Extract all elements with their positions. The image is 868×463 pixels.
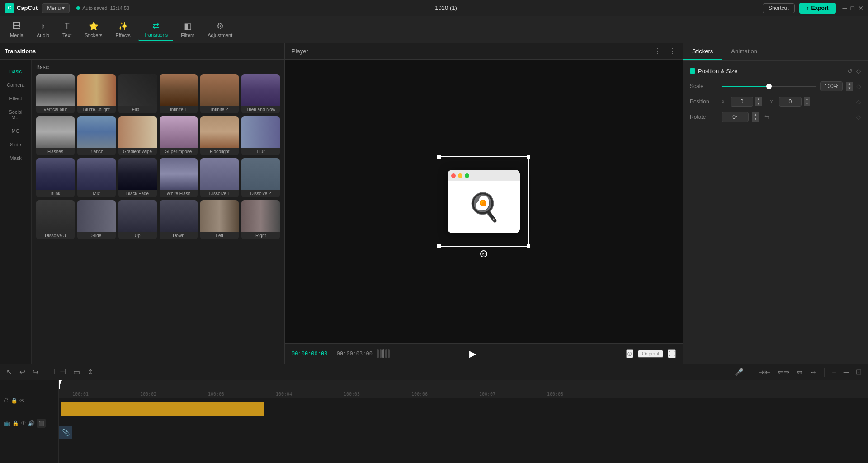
track-lock2-icon: 🔒 [12, 420, 19, 426]
export-button[interactable]: ↑ Export [799, 3, 836, 14]
rotate-keyframe-button[interactable]: ◇ [856, 113, 861, 121]
rotate-handle[interactable]: ↻ [480, 250, 487, 257]
thumb-flashes[interactable]: ↓ Flashes [36, 116, 75, 155]
trim-button[interactable]: ⇐⇒ [776, 366, 791, 378]
undo-button[interactable]: ↩ [18, 366, 27, 378]
tool-stickers-button[interactable]: ⭐Stickers [79, 19, 108, 41]
player-menu-icon[interactable]: ⋮⋮⋮ [654, 47, 676, 56]
thumb-mix[interactable]: ↓ Mix [77, 158, 116, 197]
thumb-white_flash[interactable]: ↓ White Flash [160, 158, 198, 197]
thumb-infinite1[interactable]: ↓ Infinite 1 [160, 74, 198, 113]
thumb-blink[interactable]: ↓ Blink [36, 158, 75, 197]
thumb-then_now[interactable]: ↓ Then and Now [241, 74, 280, 113]
delete-button[interactable]: ▭ [71, 366, 82, 378]
mirror-button[interactable]: ⇕ [85, 366, 95, 378]
sticker-track-btn[interactable]: ⬛ [37, 419, 46, 428]
close-button[interactable]: ✕ [858, 5, 863, 12]
minimize-button[interactable]: ─ [843, 5, 847, 12]
category-mask[interactable]: Mask [2, 152, 29, 164]
split-button[interactable]: ⊢⊣ [52, 366, 68, 378]
tool-audio-button[interactable]: ♪Audio [31, 19, 55, 41]
tool-adjustment-button[interactable]: ⚙Adjustment [202, 19, 238, 41]
x-down-button[interactable]: ▼ [755, 102, 762, 106]
tool-transitions-button[interactable]: ⇄Transitions [138, 18, 173, 41]
timeline-left-sidebar: ⏱ 🔒 👁 📺 🔒 👁 🔊 ⬛ [0, 380, 59, 463]
y-up-button[interactable]: ▲ [804, 97, 810, 102]
fullscreen-button[interactable]: ⛶ [668, 349, 676, 358]
thumb-blur[interactable]: ↓ Blur [241, 116, 280, 155]
thumb-infinite2[interactable]: ↓ Infinite 2 [200, 74, 239, 113]
thumb-down[interactable]: ↓ Down [160, 200, 198, 239]
rotate-input[interactable] [722, 112, 749, 122]
ripple-button[interactable]: ⇔ [795, 366, 804, 378]
reset-button[interactable]: ↺ [847, 67, 853, 75]
scale-keyframe-button[interactable]: ◇ [856, 83, 861, 90]
category-mg[interactable]: MG [2, 125, 29, 137]
thumb-dissolve3[interactable]: ↓ Dissolve 3 [36, 200, 75, 239]
original-size-button[interactable]: Original [638, 350, 663, 358]
time-total: 00:00:03:00 [336, 351, 372, 357]
zoom-out-button[interactable]: − [830, 366, 838, 378]
media-clip[interactable] [61, 402, 264, 416]
thumb-superimpose[interactable]: ↓ Superimpose [160, 116, 198, 155]
position-keyframe-button[interactable]: ◇ [856, 98, 861, 105]
x-input[interactable] [731, 97, 753, 107]
scale-slider-thumb[interactable] [766, 84, 772, 89]
thumb-vertical_blur[interactable]: ↓ Vertical blur [36, 74, 75, 113]
thumb-label-vertical_blur: Vertical blur [36, 106, 75, 113]
tab-stickers[interactable]: Stickers [683, 43, 722, 60]
rotate-up-button[interactable]: ▲ [752, 112, 759, 117]
shortcut-button[interactable]: Shortcut [763, 3, 795, 13]
corner-handle-br[interactable] [527, 244, 530, 248]
category-basic[interactable]: Basic [2, 65, 29, 78]
menu-button[interactable]: Menu ▾ [42, 3, 70, 13]
thumb-slide[interactable]: ↓ Slide [77, 200, 116, 239]
diamond-keyframe-button[interactable]: ◇ [856, 67, 861, 75]
corner-handle-bl[interactable] [437, 244, 441, 248]
category-camera[interactable]: Camera [2, 79, 29, 91]
tab-animation[interactable]: Animation [722, 43, 766, 60]
tool-media-button[interactable]: 🎞Media [5, 19, 29, 41]
thumb-dissolve2[interactable]: ↓ Dissolve 2 [241, 158, 280, 197]
thumb-blur_hlight[interactable]: ↓ Blurre...hlight [77, 74, 116, 113]
magnet-button[interactable]: ⇥⇤ [757, 366, 772, 378]
thumb-left[interactable]: ↓ Left [200, 200, 239, 239]
playhead-handle[interactable] [59, 380, 62, 387]
play-button[interactable]: ▶ [465, 346, 480, 361]
sticker-selection-frame[interactable]: ↻ 🍳 [439, 156, 529, 247]
scale-input[interactable] [820, 81, 843, 91]
y-input[interactable] [779, 97, 802, 107]
thumb-right[interactable]: ↓ Right [241, 200, 280, 239]
scale-down-button[interactable]: ▼ [846, 86, 853, 91]
maximize-button[interactable]: □ [851, 5, 854, 12]
tool-text-button[interactable]: TText [57, 19, 77, 41]
thumb-flip1[interactable]: ↓ Flip 1 [118, 74, 157, 113]
playhead[interactable] [59, 380, 60, 389]
redo-button[interactable]: ↪ [31, 366, 40, 378]
tool-effects-button[interactable]: ✨Effects [110, 19, 136, 41]
thumb-dissolve1[interactable]: ↓ Dissolve 1 [200, 158, 239, 197]
category-effect[interactable]: Effect [2, 92, 29, 105]
mic-button[interactable]: 🎤 [733, 366, 745, 378]
thumb-floodlight[interactable]: ↓ Floodlight [200, 116, 239, 155]
zoom-to-fit-button[interactable]: ⊙ [626, 349, 633, 358]
thumb-up[interactable]: ↓ Up [118, 200, 157, 239]
download-icon: ↓ [147, 215, 155, 223]
flip-horizontal-button[interactable]: ⇆ [764, 113, 770, 121]
category-social_m[interactable]: Social M... [2, 106, 29, 124]
thumb-blanch[interactable]: ↓ Blanch [77, 116, 116, 155]
zoom-fit-button[interactable]: ⊡ [854, 366, 863, 378]
rotate-down-button[interactable]: ▼ [752, 117, 759, 122]
insert-button[interactable]: ↔ [808, 366, 819, 378]
thumb-black_fade[interactable]: ↓ Black Fade [118, 158, 157, 197]
scale-up-button[interactable]: ▲ [846, 82, 853, 86]
thumb-gradient_wipe[interactable]: ↓ Gradient Wipe [118, 116, 157, 155]
x-up-button[interactable]: ▲ [755, 97, 762, 102]
scale-slider[interactable] [722, 86, 816, 87]
sticker-clip[interactable]: 📎 [59, 426, 72, 439]
y-down-button[interactable]: ▼ [804, 102, 810, 106]
zoom-slider-button[interactable]: ─ [842, 366, 850, 378]
cursor-tool-button[interactable]: ↖ [5, 366, 14, 378]
tool-filters-button[interactable]: ◧Filters [175, 19, 200, 41]
category-slide[interactable]: Slide [2, 138, 29, 151]
